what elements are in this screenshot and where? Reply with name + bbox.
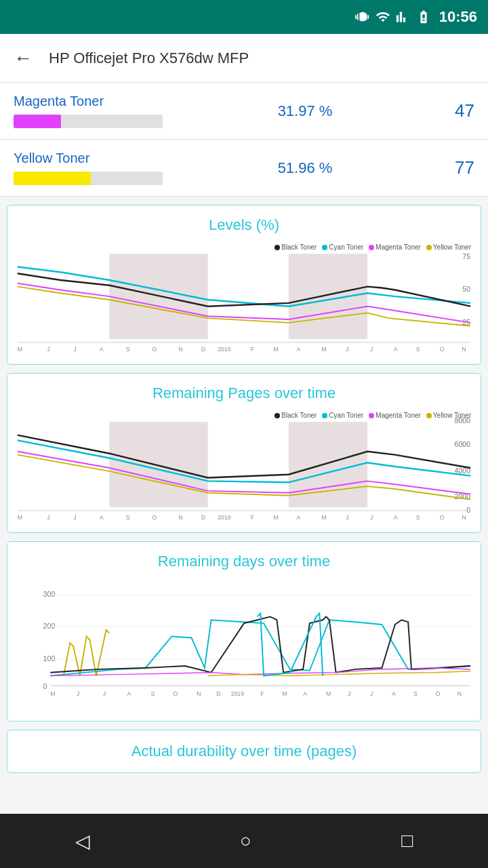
home-nav-button[interactable]: ○ xyxy=(240,830,251,852)
svg-text:A: A xyxy=(394,514,398,521)
svg-text:N: N xyxy=(178,514,182,521)
svg-text:J: J xyxy=(346,514,348,521)
legend-yellow: Yellow Toner xyxy=(426,243,471,251)
svg-text:J: J xyxy=(73,346,76,353)
svg-text:6000: 6000 xyxy=(454,440,470,448)
svg-text:N: N xyxy=(458,690,462,697)
svg-text:O: O xyxy=(173,690,178,697)
svg-text:S: S xyxy=(416,514,420,521)
status-time: 10:56 xyxy=(439,8,477,26)
svg-text:50: 50 xyxy=(462,285,470,293)
svg-text:D: D xyxy=(201,346,205,353)
levels-chart-title: Levels (%) xyxy=(14,216,474,234)
magenta-toner-pages: 47 xyxy=(420,100,474,121)
pages-svg: 8000 6000 4000 2000 0 M J J A S O N D xyxy=(14,410,474,526)
svg-text:A: A xyxy=(100,514,104,521)
svg-text:M: M xyxy=(274,346,279,353)
levels-chart-area: Black Toner Cyan Toner Magenta Toner Yel… xyxy=(14,242,474,357)
back-button[interactable]: ← xyxy=(14,47,33,69)
yellow-toner-block: Yellow Toner xyxy=(14,151,190,185)
svg-text:N: N xyxy=(178,346,182,353)
legend-cyan: Cyan Toner xyxy=(322,243,363,251)
yellow-toner-bar-bg xyxy=(14,172,163,185)
yellow-toner-name: Yellow Toner xyxy=(14,151,190,166)
svg-text:M: M xyxy=(18,514,22,521)
back-nav-button[interactable]: ◁ xyxy=(75,830,90,852)
svg-text:A: A xyxy=(296,514,300,521)
magenta-toner-bar-bg xyxy=(14,115,163,128)
legend-black: Black Toner xyxy=(274,243,317,251)
svg-text:J: J xyxy=(77,690,79,697)
svg-text:M: M xyxy=(282,690,287,697)
svg-text:S: S xyxy=(150,690,155,697)
days-chart-area: 300 200 100 0 M J J A xyxy=(14,578,474,714)
magenta-toner-row: Magenta Toner 31.97 % 47 xyxy=(0,83,488,140)
svg-text:D: D xyxy=(216,690,220,697)
magenta-toner-block: Magenta Toner xyxy=(14,94,190,128)
pages-legend-black: Black Toner xyxy=(274,412,317,419)
svg-text:M: M xyxy=(50,690,55,697)
svg-text:O: O xyxy=(440,346,445,353)
svg-text:A: A xyxy=(100,346,104,353)
svg-text:J: J xyxy=(346,346,348,353)
svg-rect-30 xyxy=(109,422,207,507)
days-chart-title: Remaining days over time xyxy=(14,553,474,570)
levels-svg: 75 50 25 M J J A S O N D 2019 F xyxy=(14,242,474,357)
status-bar: 10:56 xyxy=(0,0,488,34)
svg-text:J: J xyxy=(348,690,350,697)
legend-magenta: Magenta Toner xyxy=(369,243,421,251)
svg-text:O: O xyxy=(152,514,157,521)
svg-text:2019: 2019 xyxy=(218,346,231,353)
svg-text:D: D xyxy=(201,514,205,521)
svg-text:S: S xyxy=(416,346,420,353)
durability-chart-card: Actual durability over time (pages) xyxy=(7,730,481,773)
levels-chart-card: Levels (%) Black Toner Cyan Toner Magent… xyxy=(7,205,481,365)
magenta-toner-percent: 31.97 % xyxy=(190,102,420,120)
svg-text:O: O xyxy=(436,690,441,697)
svg-text:O: O xyxy=(152,346,157,353)
svg-text:J: J xyxy=(370,514,373,521)
yellow-toner-bar-fill xyxy=(14,172,91,185)
pages-chart-card: Remaining Pages over time Black Toner Cy… xyxy=(7,373,481,533)
svg-text:S: S xyxy=(126,346,130,353)
svg-text:F: F xyxy=(251,346,254,353)
yellow-toner-row: Yellow Toner 51.96 % 77 xyxy=(0,140,488,197)
svg-text:A: A xyxy=(296,346,300,353)
magenta-toner-name: Magenta Toner xyxy=(14,94,190,109)
svg-text:S: S xyxy=(126,514,130,521)
magenta-toner-bar-fill xyxy=(14,115,61,128)
yellow-toner-percent: 51.96 % xyxy=(190,159,420,177)
days-svg: 300 200 100 0 M J J A xyxy=(14,578,474,714)
svg-text:J: J xyxy=(370,690,373,697)
durability-chart-title: Actual durability over time (pages) xyxy=(14,743,474,760)
svg-text:S: S xyxy=(413,690,418,697)
svg-text:M: M xyxy=(326,690,331,697)
levels-chart-legend: Black Toner Cyan Toner Magenta Toner Yel… xyxy=(274,243,471,251)
svg-text:100: 100 xyxy=(43,654,56,663)
svg-text:N: N xyxy=(197,690,201,697)
bottom-nav: ◁ ○ □ xyxy=(0,814,488,868)
svg-text:O: O xyxy=(440,514,445,521)
svg-rect-4 xyxy=(289,254,367,339)
svg-text:F: F xyxy=(260,690,264,697)
status-icons xyxy=(355,9,432,24)
recent-nav-button[interactable]: □ xyxy=(401,830,413,852)
pages-legend-magenta: Magenta Toner xyxy=(369,412,421,419)
pages-legend-cyan: Cyan Toner xyxy=(322,412,363,419)
svg-text:F: F xyxy=(251,514,254,521)
svg-text:J: J xyxy=(47,514,49,521)
svg-text:J: J xyxy=(370,346,373,353)
svg-text:300: 300 xyxy=(43,590,56,598)
svg-text:M: M xyxy=(321,514,326,521)
yellow-toner-pages: 77 xyxy=(420,157,474,178)
svg-text:A: A xyxy=(392,690,396,697)
svg-text:N: N xyxy=(462,346,466,353)
svg-text:A: A xyxy=(303,690,307,697)
svg-text:200: 200 xyxy=(43,622,56,630)
pages-chart-legend: Black Toner Cyan Toner Magenta Toner Yel… xyxy=(274,412,471,419)
page-title: HP Officejet Pro X576dw MFP xyxy=(49,50,249,67)
header: ← HP Officejet Pro X576dw MFP xyxy=(0,34,488,83)
svg-text:J: J xyxy=(73,514,76,521)
pages-chart-area: Black Toner Cyan Toner Magenta Toner Yel… xyxy=(14,410,474,526)
days-chart-card: Remaining days over time 300 200 100 0 xyxy=(7,541,481,722)
